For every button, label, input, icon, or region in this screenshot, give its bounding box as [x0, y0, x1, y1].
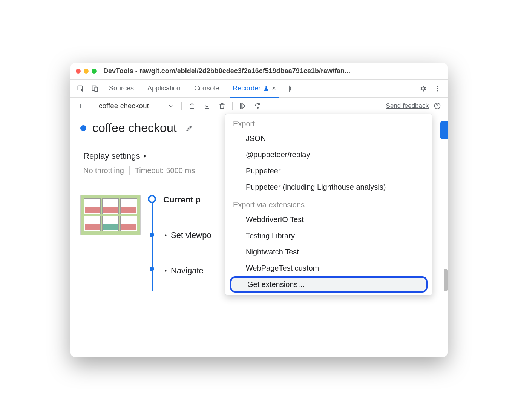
traffic-lights	[76, 69, 97, 74]
export-webdriverio[interactable]: WebdriverIO Test	[225, 212, 432, 228]
step-label-text: Navigate	[171, 266, 204, 276]
svg-rect-2	[95, 87, 97, 91]
timeline	[147, 195, 156, 276]
devtools-window: DevTools - rawgit.com/ebidel/2d2bb0cdec3…	[70, 63, 448, 357]
export-puppeteer-lighthouse[interactable]: Puppeteer (including Lighthouse analysis…	[225, 179, 432, 195]
svg-point-7	[257, 107, 259, 108]
titlebar: DevTools - rawgit.com/ebidel/2d2bb0cdec3…	[70, 63, 448, 80]
recording-selector-value: coffee checkout	[99, 102, 149, 110]
step-current-page[interactable]: Current p	[163, 195, 211, 205]
step-over-icon[interactable]	[251, 100, 264, 112]
more-tabs-icon[interactable]	[284, 82, 296, 95]
step-labels: Current p Set viewpo Navigate	[163, 195, 211, 276]
svg-point-5	[437, 90, 438, 91]
send-feedback-link[interactable]: Send feedback	[386, 102, 429, 110]
divider	[129, 166, 130, 175]
divider	[232, 102, 233, 110]
chevron-down-icon	[168, 103, 174, 109]
new-recording-icon[interactable]	[74, 100, 87, 112]
step-label-text: Set viewpo	[171, 230, 211, 240]
export-section-header: Export	[225, 114, 432, 130]
timeline-step-icon	[150, 267, 154, 271]
export-json[interactable]: JSON	[225, 130, 432, 147]
tab-recorder[interactable]: Recorder ×	[227, 80, 282, 97]
page-thumbnail	[80, 195, 141, 235]
maximize-window-button[interactable]	[92, 69, 97, 74]
caret-right-icon	[163, 233, 168, 238]
export-nightwatch[interactable]: Nightwatch Test	[225, 244, 432, 260]
kebab-menu-icon[interactable]	[431, 82, 444, 95]
replay-settings-label: Replay settings	[83, 151, 140, 161]
settings-icon[interactable]	[417, 82, 429, 95]
get-extensions[interactable]: Get extensions…	[230, 276, 428, 293]
throttling-value: No throttling	[83, 166, 124, 175]
caret-right-icon	[163, 268, 168, 273]
window-title: DevTools - rawgit.com/ebidel/2d2bb0cdec3…	[103, 67, 350, 75]
export-puppeteer[interactable]: Puppeteer	[225, 163, 432, 179]
svg-rect-6	[240, 103, 241, 108]
svg-point-3	[437, 86, 438, 87]
timeout-value: Timeout: 5000 ms	[135, 166, 195, 175]
step-navigate[interactable]: Navigate	[163, 266, 211, 276]
minimize-window-button[interactable]	[84, 69, 89, 74]
tab-application[interactable]: Application	[141, 80, 187, 97]
export-dropdown: Export JSON @puppeteer/replay Puppeteer …	[225, 114, 432, 295]
tab-sources[interactable]: Sources	[103, 80, 140, 97]
export-puppeteer-replay[interactable]: @puppeteer/replay	[225, 147, 432, 163]
replay-button-edge[interactable]	[440, 121, 448, 139]
step-set-viewport[interactable]: Set viewpo	[163, 230, 211, 240]
devtools-tabs: Sources Application Console Recorder ×	[70, 80, 448, 98]
timeline-step-icon	[150, 233, 154, 237]
close-window-button[interactable]	[76, 69, 81, 74]
export-webpagetest[interactable]: WebPageTest custom	[225, 260, 432, 276]
flask-icon	[263, 85, 270, 92]
close-tab-icon[interactable]: ×	[272, 84, 276, 92]
recording-title: coffee checkout	[92, 121, 177, 135]
timeline-line	[152, 199, 153, 291]
replay-icon[interactable]	[236, 100, 249, 112]
inspect-element-icon[interactable]	[74, 82, 87, 95]
caret-right-icon	[143, 154, 147, 158]
recording-indicator-icon	[80, 125, 86, 131]
tab-recorder-label: Recorder	[233, 84, 261, 92]
divider	[181, 102, 182, 110]
divider	[91, 102, 91, 110]
export-testing-library[interactable]: Testing Library	[225, 228, 432, 244]
edit-title-icon[interactable]	[183, 122, 196, 135]
delete-icon[interactable]	[216, 100, 228, 112]
timeline-start-icon	[148, 195, 156, 203]
recording-selector[interactable]: coffee checkout	[95, 100, 178, 112]
scrollbar[interactable]	[444, 269, 448, 291]
export-icon[interactable]	[185, 100, 198, 112]
tab-console[interactable]: Console	[188, 80, 225, 97]
device-toolbar-icon[interactable]	[89, 82, 101, 95]
svg-point-4	[437, 88, 438, 89]
import-icon[interactable]	[201, 100, 213, 112]
recorder-toolbar: coffee checkout Send feedback	[70, 98, 448, 114]
help-icon[interactable]	[431, 100, 444, 112]
export-extensions-header: Export via extensions	[225, 195, 432, 212]
